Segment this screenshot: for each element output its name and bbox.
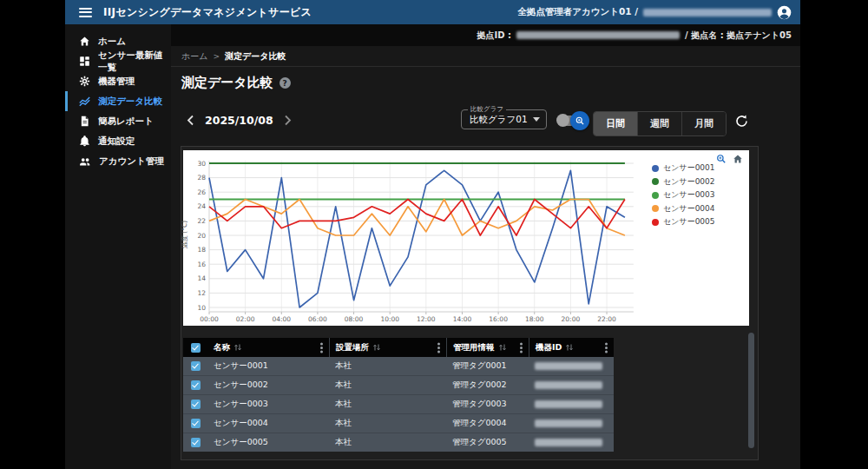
masked-device-id [535,439,602,446]
sidebar-item-sensor-latest[interactable]: センサー最新値一覧 [65,51,171,71]
legend-item[interactable]: センサー0005 [652,215,715,229]
svg-text:06:00: 06:00 [308,315,327,323]
svg-text:10: 10 [197,304,206,312]
svg-text:26: 26 [197,188,206,196]
sidebar-item-label: 測定データ比較 [98,96,162,108]
account-info: 全拠点管理者アカウント01 / [517,5,800,20]
row-checkbox[interactable] [191,400,201,409]
range-button-group: 日間 週間 月間 [593,111,727,136]
breadcrumb-current: 測定データ比較 [225,50,286,63]
breadcrumb-home[interactable]: ホーム [181,50,207,63]
account-avatar-icon[interactable] [777,5,792,20]
zoom-toggle[interactable] [556,111,589,130]
legend-label: センサー0002 [663,176,715,188]
row-checkbox[interactable] [191,419,201,428]
sidebar-item-label: ホーム [98,36,126,48]
help-icon[interactable]: ? [279,77,291,89]
legend-label: センサー0003 [663,189,715,201]
masked-device-id [535,419,602,427]
sort-icon[interactable] [233,343,242,352]
cell-tag: 管理タグ0005 [446,433,529,452]
chevron-down-icon [533,117,540,122]
sidebar-item-notification-settings[interactable]: 通知設定 [65,131,171,151]
row-checkbox[interactable] [191,438,201,447]
svg-text:00:00: 00:00 [200,315,219,323]
chart-home-icon[interactable] [733,154,743,164]
sidebar-item-data-comparison[interactable]: 測定データ比較 [65,91,171,111]
magnifier-thumb-icon [570,111,589,130]
range-button-weekly[interactable]: 週間 [637,112,681,135]
legend-item[interactable]: センサー0002 [652,175,715,189]
svg-text:08:00: 08:00 [345,315,364,323]
sidebar-item-simple-report[interactable]: 簡易レポート [65,111,171,131]
select-floating-label: 比較グラフ [468,105,506,114]
sort-icon[interactable] [372,343,381,352]
sort-icon[interactable] [565,343,574,352]
cell-device-id [529,357,614,375]
toggle-knob [556,114,569,127]
cell-location: 本社 [329,357,446,375]
legend-item[interactable]: センサー0004 [652,202,715,216]
column-menu-icon[interactable] [520,347,523,349]
range-button-daily[interactable]: 日間 [594,112,637,135]
dashboard-icon [79,56,90,67]
date-navigation: 2025/10/08 [187,109,292,132]
range-button-monthly[interactable]: 月間 [681,112,726,135]
masked-account-email [643,9,772,17]
sidebar-nav: ホーム センサー最新値一覧 機器管理 測定データ比較 簡易レポート 通知設定 ア… [65,24,171,469]
cell-tag: 管理タグ0003 [446,395,529,413]
svg-text:20: 20 [197,232,206,240]
table-row: センサー0005 本社 管理タグ0005 [183,433,614,452]
comparison-graph-select[interactable]: 比較グラフ 比較グラフ01 [461,109,547,129]
y-axis-label: 温度 (°C) [181,221,189,248]
app-window: IIJセンシングデータマネジメントサービス 全拠点管理者アカウント01 / 拠点… [65,0,800,469]
column-menu-icon[interactable] [320,347,323,349]
masked-device-id [535,381,602,389]
prev-day-button[interactable] [187,115,194,126]
cell-sensor-name: センサー0002 [207,376,329,394]
sidebar-item-label: 機器管理 [98,76,135,88]
legend-item[interactable]: センサー0001 [652,162,715,175]
cell-location: 本社 [329,376,446,394]
next-day-button[interactable] [284,115,292,126]
legend-item[interactable]: センサー0003 [652,188,715,202]
header-location: 設置場所 [329,338,446,357]
select-all-checkbox[interactable] [191,343,201,353]
home-icon [79,36,90,47]
current-date: 2025/10/08 [205,114,273,127]
column-menu-icon[interactable] [605,347,608,349]
masked-site-id [516,31,680,39]
cell-device-id [529,376,614,394]
cell-location: 本社 [329,414,446,433]
cell-location: 本社 [329,433,446,452]
svg-text:30: 30 [197,160,206,168]
table-header-row: 名称 設置場所 管理用情報 機器ID [183,338,614,357]
column-menu-icon[interactable] [437,347,440,349]
gear-icon [79,76,90,87]
legend-label: センサー0005 [663,216,715,228]
chart-zoom-icon[interactable] [716,154,727,164]
sidebar-item-label: センサー最新値一覧 [98,50,171,74]
row-checkbox[interactable] [191,380,201,390]
vertical-scrollbar[interactable] [748,333,754,448]
stacked-line-chart-icon [79,96,90,107]
cell-device-id [529,414,614,433]
page-title: 測定データ比較 ? [181,75,291,91]
cell-sensor-name: センサー0005 [207,433,329,452]
account-label: 全拠点管理者アカウント01 / [517,6,638,18]
table-row: センサー0004 本社 管理タグ0004 [183,413,614,433]
cell-tag: 管理タグ0001 [446,357,529,375]
svg-text:18:00: 18:00 [525,315,544,323]
sidebar-item-account-management[interactable]: アカウント管理 [65,151,171,171]
menu-icon[interactable] [79,8,92,17]
svg-text:04:00: 04:00 [272,315,291,323]
sensor-table: 名称 設置場所 管理用情報 機器ID [183,338,614,452]
sidebar-item-device-management[interactable]: 機器管理 [65,71,171,91]
sort-icon[interactable] [498,343,507,352]
cell-sensor-name: センサー0001 [207,357,329,375]
site-info-bar: 拠点ID : / 拠点名 : 拠点テナント05 [171,24,800,46]
masked-device-id [535,400,602,408]
refresh-button[interactable] [732,111,751,130]
header-name: 名称 [207,338,329,357]
row-checkbox[interactable] [191,361,201,371]
